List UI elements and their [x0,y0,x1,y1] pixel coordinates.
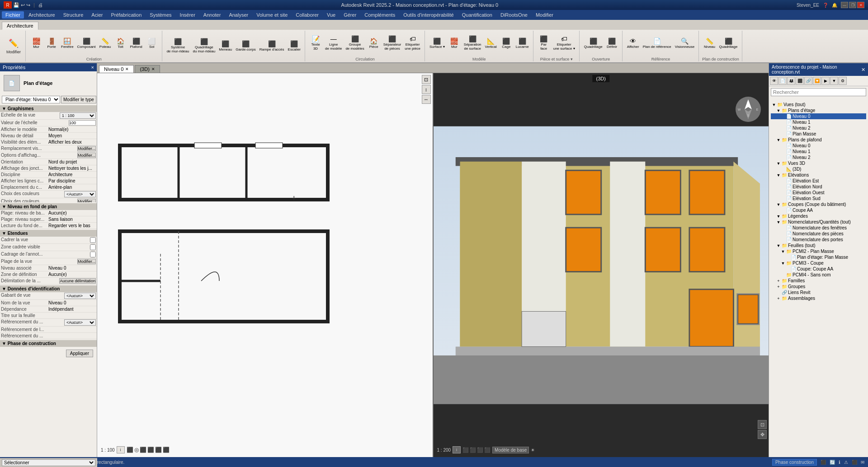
ribbon-btn-ligne-modele[interactable]: —Lignede modèle [324,35,343,51]
echelle-select[interactable]: 1 : 100 [60,112,96,119]
tree-search-input[interactable] [771,88,866,96]
tree-btn-links[interactable]: 🔗 [804,77,812,85]
tree-item-nom-pieces[interactable]: 📄 Nomenclature des pièces [771,231,866,237]
tree-item-legendes[interactable]: ▼ 📁 Légendes [771,213,866,219]
tree-item-plan-masse-sheet[interactable]: 📄 Plan d'étage: Plan Masse [771,254,866,260]
redo-icon[interactable]: ↪ [26,2,30,8]
tree-item-pcmi2[interactable]: ▼ 📁 PCMI2 - Plan Masse [771,248,866,254]
tree-item-liens-revit[interactable]: 🔗 Liens Revit [771,290,866,295]
plan-niveau-select[interactable]: Plan d'étage: Niveau 0 [2,96,60,103]
ribbon-btn-quadrillage[interactable]: ⬛Quadrillage [583,37,604,50]
section-etendues[interactable]: ▼ Etendues [0,230,97,237]
ribbon-btn-piece[interactable]: 🏠Pièce [367,37,381,50]
3d-scale-info-btn[interactable]: i [453,446,461,453]
ribbon-btn-toit[interactable]: 🏠Toit [113,37,128,50]
tree-item-nom-portes[interactable]: 📄 Nomenclature des portes [771,237,866,243]
tree-btn-collapse[interactable]: ▼ [830,77,838,85]
ribbon-btn-poteau[interactable]: 📏Poteau [98,37,113,50]
scale-info-btn[interactable]: i [117,446,125,453]
section-phase[interactable]: ▼ Phase de construction [0,340,97,347]
3d-nav1[interactable]: ⬛ [462,447,469,453]
tree-btn-sheets[interactable]: 📄 [778,77,787,85]
tree-btn-views[interactable]: 👁 [770,77,778,85]
menu-interop[interactable]: Outils d'interopérabilité [400,11,458,19]
3d-sun-icon[interactable]: ☀ [531,448,535,453]
tree-item-plafond-n1[interactable]: 📄 Niveau 1 [771,149,866,154]
tree-item-elevations[interactable]: ▼ 📁 Elévations [771,172,866,178]
tree-item-nomenclatures[interactable]: ▼ 📁 Nomenclatures/Quantités (tout) [771,219,866,225]
app-menu[interactable]: R [4,1,12,9]
zone-cadree-check[interactable] [90,244,96,250]
nav-icon4[interactable]: ⬛ [147,447,154,453]
tree-item-plafond-n2[interactable]: 📄 Niveau 2 [771,154,866,160]
tree-item-3d[interactable]: 📐 (3D) [771,166,866,172]
tree-item-familles[interactable]: + 📁 Familles [771,278,866,284]
tab-architecture[interactable]: Architecture [2,22,38,30]
ribbon-btn-vertical[interactable]: 📐Vertical [484,37,498,50]
viewport-floor-plan[interactable]: + ⊡ ↕ ↔ 1 : 100 i ⬛ ◎ ⬛ ⬛ ⬛ [97,73,434,457]
menu-modifier[interactable]: Modifier [532,11,557,19]
3d-nav3[interactable]: ⬛ [477,447,483,453]
print-icon[interactable]: 🖨 [38,2,43,8]
tab-3d[interactable]: (3D) ✕ [135,65,160,73]
tree-item-plafond-n0[interactable]: 📄 Niveau 0 [771,143,866,149]
ribbon-btn-porte[interactable]: 🚪Porte [44,37,59,50]
menu-volume[interactable]: Volume et site [253,11,291,19]
valeur-echelle-input[interactable] [69,120,96,126]
status-icon-error[interactable]: ⬛ [852,460,857,465]
plage-vue-btn[interactable]: Modifier... [77,259,96,264]
choix-couleurs-btn[interactable]: Modifier... [77,199,96,202]
minimize-btn[interactable]: — [841,2,848,8]
tree-item-niveau0[interactable]: 📄 Niveau 0 [771,113,866,119]
zoom-in-btn[interactable]: ↕ [422,85,431,94]
tree-item-elev-ouest[interactable]: 📄 Elévation Ouest [771,190,866,196]
delim-btn[interactable]: Aucune délimitation [59,278,96,284]
ribbon-btn-definir[interactable]: ⬛Définir [605,37,619,50]
zoom-to-fit-btn[interactable]: ⊡ [422,75,431,84]
menu-diroots[interactable]: DiRootsOne [497,11,531,19]
menu-gerer[interactable]: Gérer [340,11,360,19]
restore-btn[interactable]: ❐ [849,2,856,8]
tree-item-nom-fenetres[interactable]: 📄 Nomenclature des fenêtres [771,225,866,231]
ribbon-btn-escalier[interactable]: ⬛Escalier [287,40,302,52]
cadrer-vue-check[interactable] [90,237,96,243]
menu-vue[interactable]: Vue [323,11,339,19]
3d-zoom-btn[interactable]: ⊡ [758,420,767,429]
ribbon-btn-modifier[interactable]: ✏️ Modifier [5,36,23,56]
ribbon-btn-garde-corps[interactable]: ⬛Garde-corps [234,40,257,52]
ribbon-btn-meneau[interactable]: ⬛Meneau [217,40,233,52]
tree-item-niveau1[interactable]: 📄 Niveau 1 [771,119,866,125]
section-graphismes[interactable]: ▼ Graphismes [0,105,97,112]
tree-item-coupes[interactable]: ▼ 📁 Coupes (Coupe du bâtiment) [771,201,866,207]
section-niveau-fond[interactable]: ▼ Niveau en fond de plan [0,203,97,210]
ribbon-btn-cage[interactable]: ⬛Cage [499,37,514,50]
nav-icon6[interactable]: ⬛ [163,447,170,453]
3d-pan-btn[interactable]: ✥ [758,430,767,439]
menu-annoter[interactable]: Annoter [200,11,225,19]
ribbon-btn-etiqueter-surface[interactable]: 🏷Etiqueterune surface ▾ [552,35,576,51]
zoom-btn3[interactable]: ↔ [422,95,431,104]
status-icon-sync[interactable]: 🔄 [830,460,835,465]
menu-fichier[interactable]: Fichier [2,11,24,19]
selection-mode-select[interactable]: Sélectionner [2,459,95,466]
ribbon-btn-plan-reference[interactable]: 📄Plan de référence [642,37,673,50]
status-icon-workset[interactable]: ⬛ [821,460,826,465]
close-btn[interactable]: ✕ [857,2,864,8]
tab-niveau0[interactable]: Niveau 0 ✕ [99,65,134,73]
remplacement-btn[interactable]: Modifier... [77,146,96,151]
tree-item-groupes[interactable]: + 📁 Groupes [771,284,866,290]
nav-icon5[interactable]: ⬛ [155,447,162,453]
ribbon-btn-par-face[interactable]: ⬛Parface [537,35,551,51]
ribbon-btn-plafond[interactable]: ⬛Plafond [129,37,144,50]
tree-item-assemblages[interactable]: + 📁 Assemblages [771,295,866,301]
cadrage-annot-check[interactable] [90,252,96,257]
tree-item-vues-3d[interactable]: ▼ 📁 Vues 3D [771,160,866,166]
gabarit-select[interactable]: <Aucun> [64,293,96,299]
menu-quant[interactable]: Quantification [458,11,496,19]
close-niveau0-tab[interactable]: ✕ [125,67,129,71]
menu-analyser[interactable]: Analyser [225,11,252,19]
status-icon-info[interactable]: ℹ [839,460,840,465]
nav-icon3[interactable]: ⬛ [140,447,146,453]
tree-item-plan-masse[interactable]: 📄 Plan Masse [771,131,866,137]
3d-nav4[interactable]: ⬛ [484,447,491,453]
